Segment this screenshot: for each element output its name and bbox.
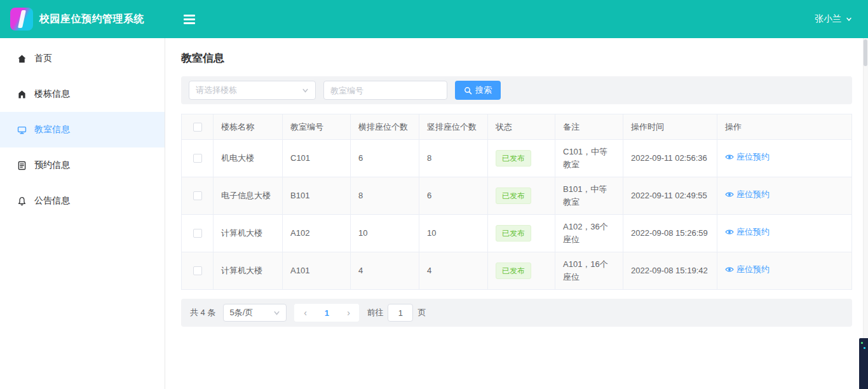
pager: ‹ 1 ›: [294, 304, 359, 322]
col-h-seats: 横排座位个数: [351, 114, 419, 140]
eye-icon: [725, 153, 734, 161]
sidebar-item-buildings[interactable]: 楼栋信息: [0, 76, 165, 112]
vertical-scrollbar[interactable]: [863, 38, 868, 389]
select-all-checkbox[interactable]: [193, 123, 202, 132]
eye-icon: [725, 265, 734, 274]
status-badge: 已发布: [496, 225, 531, 242]
page-number-button[interactable]: 1: [316, 304, 337, 322]
building-select-placeholder: 请选择楼栋: [196, 85, 237, 96]
user-menu[interactable]: 张小兰: [815, 13, 853, 25]
building-icon: [17, 89, 27, 100]
app-root: 校园座位预约管理系统 张小兰 首页 楼栋信息: [0, 0, 868, 389]
scrollbar-thumb[interactable]: [864, 39, 867, 66]
classroom-number-input[interactable]: [323, 81, 447, 100]
search-icon: [464, 86, 472, 95]
table-header-row: 楼栋名称 教室编号 横排座位个数 竖排座位个数 状态 备注 操作时间 操作: [182, 114, 852, 140]
cell-v-seats: 8: [419, 140, 488, 177]
row-checkbox[interactable]: [193, 154, 202, 163]
col-building: 楼栋名称: [214, 114, 283, 140]
menu-collapse-button[interactable]: [181, 12, 198, 27]
total-count: 共 4 条: [190, 307, 215, 318]
search-button[interactable]: 搜索: [455, 81, 501, 100]
cell-building: 电子信息大楼: [214, 177, 283, 215]
col-actions: 操作: [717, 114, 852, 140]
eye-icon: [725, 190, 734, 199]
user-name: 张小兰: [815, 13, 841, 25]
pagination-bar: 共 4 条 5条/页 ‹ 1 › 前往 页: [181, 299, 852, 327]
sidebar-item-home[interactable]: 首页: [0, 41, 165, 76]
cell-v-seats: 6: [419, 177, 488, 215]
cell-room: B101: [283, 177, 351, 215]
sidebar-item-label: 公告信息: [34, 195, 70, 207]
goto-page-input[interactable]: [388, 304, 413, 322]
page-title: 教室信息: [181, 51, 852, 65]
cell-v-seats: 10: [419, 215, 488, 252]
row-checkbox[interactable]: [193, 191, 202, 200]
status-badge: 已发布: [496, 263, 531, 280]
cell-time: 2022-09-08 15:19:42: [623, 252, 717, 290]
app-logo-icon: [10, 8, 33, 31]
cell-building: 计算机大楼: [214, 252, 283, 290]
bell-icon: [17, 196, 27, 207]
eye-icon: [725, 228, 734, 236]
sidebar-nav: 首页 楼栋信息 教室信息 预约信息 公告信息: [0, 38, 165, 389]
seat-reservation-link[interactable]: 座位预约: [725, 263, 770, 276]
cell-v-seats: 4: [419, 252, 488, 290]
row-checkbox[interactable]: [193, 266, 202, 275]
classrooms-table: 楼栋名称 教室编号 横排座位个数 竖排座位个数 状态 备注 操作时间 操作 机电…: [181, 114, 852, 290]
cell-time: 2022-09-11 02:49:55: [623, 177, 717, 215]
status-badge: 已发布: [496, 150, 531, 167]
cell-room: A101: [283, 252, 351, 290]
search-button-label: 搜索: [475, 85, 492, 96]
chevron-down-icon: [273, 310, 280, 317]
cell-building: 计算机大楼: [214, 215, 283, 252]
col-v-seats: 竖排座位个数: [419, 114, 488, 140]
page-size-value: 5条/页: [229, 307, 253, 318]
prev-page-button[interactable]: ‹: [294, 304, 316, 322]
table-row: 计算机大楼 A102 10 10 已发布 A102，36个座位 2022-09-…: [182, 215, 852, 252]
cell-building: 机电大楼: [214, 140, 283, 177]
sidebar-item-reservations[interactable]: 预约信息: [0, 147, 165, 183]
cell-h-seats: 4: [351, 252, 419, 290]
sidebar-item-announcements[interactable]: 公告信息: [0, 183, 165, 219]
cell-room: A102: [283, 215, 351, 252]
table-row: 计算机大楼 A101 4 4 已发布 A101，16个座位 2022-09-08…: [182, 252, 852, 290]
cell-remark: C101，中等教室: [555, 140, 623, 177]
cell-h-seats: 8: [351, 177, 419, 215]
cell-time: 2022-09-11 02:56:36: [623, 140, 717, 177]
topbar-main: 张小兰: [165, 0, 868, 38]
table-row: 电子信息大楼 B101 8 6 已发布 B101，中等教室 2022-09-11…: [182, 177, 852, 215]
filter-bar: 请选择楼栋 搜索: [181, 76, 852, 104]
building-select[interactable]: 请选择楼栋: [189, 81, 316, 100]
seat-reservation-link[interactable]: 座位预约: [725, 188, 770, 201]
col-room: 教室编号: [283, 114, 351, 140]
col-time: 操作时间: [623, 114, 717, 140]
col-remark: 备注: [555, 114, 623, 140]
main-frame: 首页 楼栋信息 教室信息 预约信息 公告信息 教室信息: [0, 38, 868, 389]
reservation-list-icon: [17, 160, 27, 171]
cell-remark: B101，中等教室: [555, 177, 623, 215]
sidebar-item-label: 首页: [34, 53, 52, 64]
seat-reservation-link[interactable]: 座位预约: [725, 151, 770, 163]
content-area: 教室信息 请选择楼栋 搜索: [165, 38, 868, 389]
sidebar-item-label: 楼栋信息: [34, 88, 70, 100]
page-size-select[interactable]: 5条/页: [223, 304, 287, 322]
goto-page: 前往 页: [367, 304, 426, 322]
goto-unit-label: 页: [417, 307, 426, 318]
row-checkbox[interactable]: [193, 229, 202, 238]
goto-label: 前往: [367, 307, 383, 318]
hamburger-icon: [184, 15, 195, 17]
seat-reservation-link[interactable]: 座位预约: [725, 226, 770, 238]
table-row: 机电大楼 C101 6 8 已发布 C101，中等教室 2022-09-11 0…: [182, 140, 852, 177]
cell-remark: A102，36个座位: [555, 215, 623, 252]
col-status: 状态: [488, 114, 555, 140]
home-icon: [17, 53, 27, 64]
sidebar-item-label: 预约信息: [34, 160, 70, 171]
sidebar-item-classrooms[interactable]: 教室信息: [0, 112, 165, 147]
classroom-icon: [17, 125, 27, 135]
next-page-button[interactable]: ›: [337, 304, 359, 322]
status-badge: 已发布: [496, 188, 531, 205]
cell-h-seats: 6: [351, 140, 419, 177]
chevron-down-icon: [302, 87, 309, 94]
cell-time: 2022-09-08 15:26:59: [623, 215, 717, 252]
